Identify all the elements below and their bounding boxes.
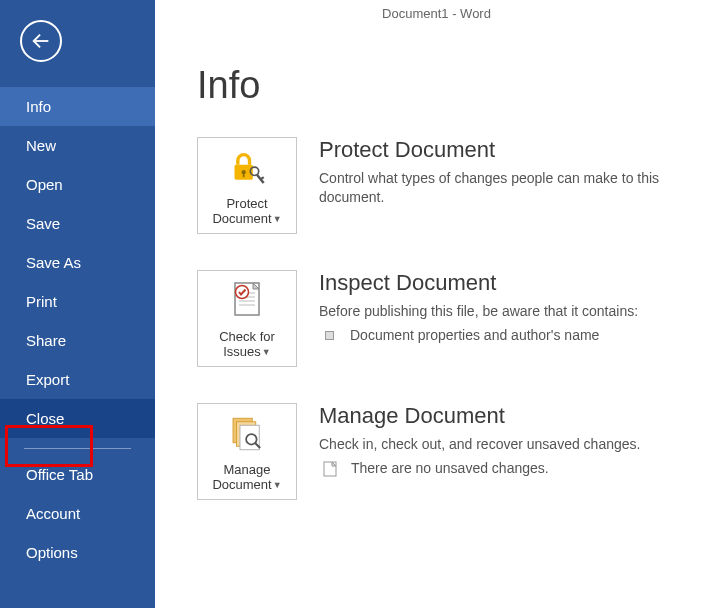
section-protect: Protect Document▼ Protect Document Contr… bbox=[197, 137, 698, 234]
document-stack-search-icon bbox=[226, 413, 268, 455]
tile-label: Document bbox=[212, 477, 271, 492]
nav-item-new[interactable]: New bbox=[0, 126, 155, 165]
nav-item-share[interactable]: Share bbox=[0, 321, 155, 360]
tile-label: Protect bbox=[226, 196, 267, 211]
nav-item-office-tab[interactable]: Office Tab bbox=[0, 455, 155, 494]
nav-item-close[interactable]: Close bbox=[0, 399, 155, 438]
check-for-issues-button[interactable]: Check for Issues▼ bbox=[197, 270, 297, 367]
tile-label: Issues bbox=[223, 344, 261, 359]
nav-item-options[interactable]: Options bbox=[0, 533, 155, 572]
tile-label: Document bbox=[212, 211, 271, 226]
section-title: Inspect Document bbox=[319, 270, 698, 296]
section-desc: Check in, check out, and recover unsaved… bbox=[319, 435, 698, 454]
manage-document-button[interactable]: Manage Document▼ bbox=[197, 403, 297, 500]
nav-item-open[interactable]: Open bbox=[0, 165, 155, 204]
chevron-down-icon: ▼ bbox=[273, 480, 282, 490]
nav-item-account[interactable]: Account bbox=[0, 494, 155, 533]
nav-separator bbox=[24, 448, 131, 449]
section-desc: Control what types of changes people can… bbox=[319, 169, 698, 207]
chevron-down-icon: ▼ bbox=[262, 347, 271, 357]
nav-item-export[interactable]: Export bbox=[0, 360, 155, 399]
section-manage: Manage Document▼ Manage Document Check i… bbox=[197, 403, 698, 500]
svg-rect-3 bbox=[243, 173, 245, 177]
section-inspect: Check for Issues▼ Inspect Document Befor… bbox=[197, 270, 698, 367]
document-check-icon bbox=[228, 279, 266, 323]
window-title: Document1 - Word bbox=[155, 0, 718, 30]
manage-bullet: There are no unsaved changes. bbox=[351, 460, 549, 476]
bullet-icon bbox=[325, 331, 334, 340]
nav-item-info[interactable]: Info bbox=[0, 87, 155, 126]
nav-item-print[interactable]: Print bbox=[0, 282, 155, 321]
lock-key-icon bbox=[227, 148, 267, 188]
protect-document-button[interactable]: Protect Document▼ bbox=[197, 137, 297, 234]
arrow-left-icon bbox=[30, 30, 52, 52]
backstage-content: Info Protect Document▼ bbox=[155, 0, 718, 608]
backstage-sidebar: InfoNewOpenSaveSave AsPrintShareExportCl… bbox=[0, 0, 155, 608]
inspect-bullet: Document properties and author's name bbox=[350, 327, 599, 343]
nav-item-save[interactable]: Save bbox=[0, 204, 155, 243]
document-icon bbox=[323, 461, 337, 477]
section-title: Protect Document bbox=[319, 137, 698, 163]
nav-item-save-as[interactable]: Save As bbox=[0, 243, 155, 282]
page-title: Info bbox=[197, 64, 698, 107]
chevron-down-icon: ▼ bbox=[273, 214, 282, 224]
tile-label: Manage bbox=[224, 462, 271, 477]
section-desc: Before publishing this file, be aware th… bbox=[319, 302, 698, 321]
tile-label: Check for bbox=[219, 329, 275, 344]
back-button[interactable] bbox=[20, 20, 62, 62]
section-title: Manage Document bbox=[319, 403, 698, 429]
